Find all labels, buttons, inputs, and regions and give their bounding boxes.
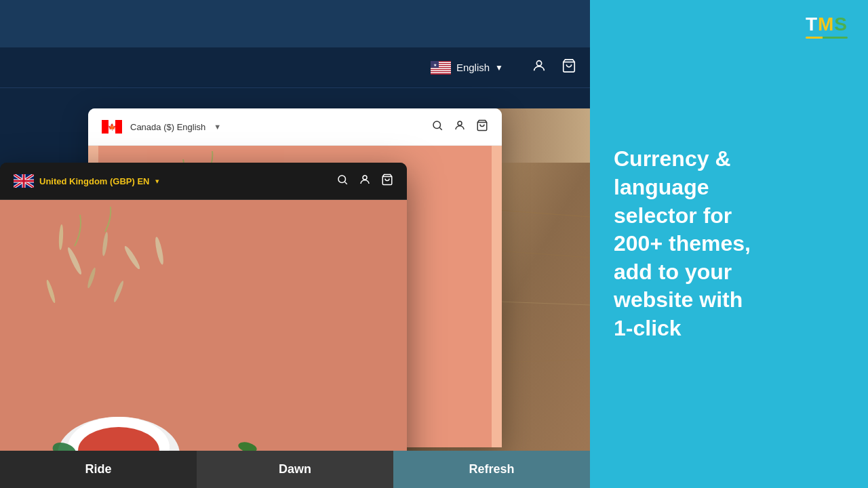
svg-point-9 — [536, 61, 541, 66]
food-bg-svg-black — [0, 200, 407, 488]
black-nav-region: United Kingdom (GBP) EN — [39, 176, 150, 186]
browser-black-nav: United Kingdom (GBP) EN ▾ — [0, 163, 407, 200]
search-icon-white[interactable] — [431, 119, 443, 134]
black-nav-icons — [336, 174, 393, 188]
svg-line-55 — [344, 182, 347, 184]
cart-icon-dark[interactable] — [561, 58, 576, 77]
browser-black: United Kingdom (GBP) EN ▾ — [0, 163, 407, 488]
ca-flag-icon: 🍁 — [102, 120, 122, 134]
svg-point-22 — [458, 121, 462, 125]
svg-text:★: ★ — [433, 63, 436, 67]
logo-s: S — [834, 14, 848, 35]
cart-icon-white[interactable] — [476, 119, 488, 134]
browser-black-body — [0, 200, 407, 488]
svg-point-54 — [338, 176, 346, 183]
right-panel: Currency & language selector for 200+ th… — [590, 0, 868, 488]
description-text: Currency & language selector for 200+ th… — [614, 145, 844, 342]
svg-rect-4 — [431, 68, 451, 69]
search-icon-black[interactable] — [336, 174, 349, 188]
svg-rect-53 — [14, 180, 34, 182]
svg-point-20 — [433, 121, 441, 129]
tms-logo: TMS — [806, 14, 848, 39]
left-panel: ★ English ▼ — [0, 0, 590, 488]
white-nav-chevron-icon: ▼ — [214, 123, 221, 131]
chevron-down-icon: ▼ — [495, 63, 503, 73]
user-icon-black[interactable] — [359, 174, 371, 188]
browser-nav-dark: ★ English ▼ — [0, 47, 590, 88]
svg-line-21 — [439, 127, 441, 129]
svg-rect-5 — [431, 70, 451, 71]
svg-rect-18 — [115, 120, 122, 134]
white-nav-region: Canada ($) English — [130, 122, 205, 132]
browser-white-nav: 🍁 Canada ($) English ▼ — [88, 108, 502, 146]
white-nav-icons — [431, 119, 488, 134]
us-flag-icon: ★ — [431, 61, 451, 75]
theme-refresh[interactable]: Refresh — [393, 451, 590, 488]
theme-ride[interactable]: Ride — [0, 451, 197, 488]
black-nav-chevron-icon: ▾ — [155, 177, 159, 186]
svg-text:🍁: 🍁 — [108, 123, 117, 131]
logo-t: T — [806, 14, 818, 35]
lang-selector-dark[interactable]: ★ English ▼ — [431, 61, 503, 75]
logo-underline — [806, 37, 848, 39]
svg-rect-6 — [431, 72, 451, 73]
theme-labels: Ride Dawn Refresh — [0, 451, 590, 488]
uk-flag-icon — [14, 174, 34, 188]
cart-icon-black[interactable] — [381, 174, 393, 188]
user-icon-dark[interactable] — [532, 58, 547, 77]
svg-point-56 — [363, 176, 367, 180]
logo-m: M — [818, 14, 834, 35]
user-icon-white[interactable] — [454, 119, 466, 134]
theme-dawn[interactable]: Dawn — [197, 451, 393, 488]
lang-text-dark: English — [456, 62, 490, 73]
